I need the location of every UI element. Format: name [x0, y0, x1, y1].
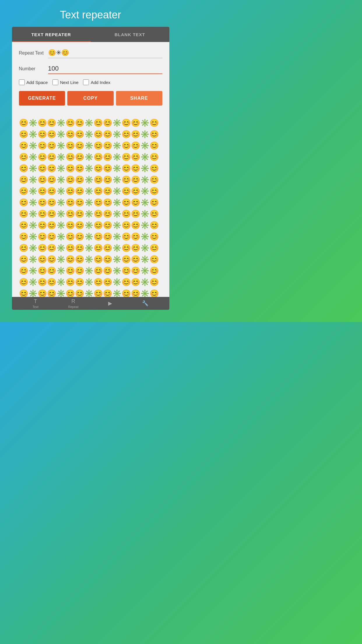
- add-space-label: Add Space: [27, 80, 48, 85]
- number-row: Number: [19, 64, 162, 74]
- bottom-bar: T Text R Repeat ▶ 🔧: [12, 297, 169, 310]
- repeat-text-input[interactable]: [48, 48, 162, 58]
- next-line-checkbox[interactable]: [52, 79, 58, 85]
- add-index-label: Add Index: [91, 80, 110, 85]
- number-input[interactable]: [48, 64, 162, 74]
- wrench-icon: 🔧: [142, 300, 148, 307]
- copy-button[interactable]: COPY: [67, 91, 114, 106]
- bottom-bar-play[interactable]: ▶: [108, 300, 112, 307]
- repeat-text-row: Repeat Text: [19, 48, 162, 58]
- bottom-bar-settings[interactable]: 🔧: [142, 300, 148, 307]
- add-space-checkbox[interactable]: [19, 79, 25, 85]
- repeat-icon: R: [71, 298, 75, 304]
- main-card: TEXT REPEATER BLANK TEXT Repeat Text Num…: [12, 27, 169, 310]
- tab-text-repeater[interactable]: TEXT REPEATER: [12, 27, 91, 42]
- checkboxes-row: Add Space Next Line Add Index: [19, 79, 162, 85]
- form-area: Repeat Text Number Add Space Next Line A…: [12, 42, 169, 115]
- play-icon: ▶: [108, 300, 112, 307]
- generate-button[interactable]: GENERATE: [19, 91, 65, 106]
- next-line-label: Next Line: [60, 80, 78, 85]
- bottom-bar-repeat[interactable]: R Repeat: [68, 298, 78, 309]
- repeat-text-label: Repeat Text: [19, 50, 48, 56]
- number-label: Number: [19, 66, 48, 71]
- bottom-bar-text[interactable]: T Text: [33, 298, 38, 309]
- tab-bar: TEXT REPEATER BLANK TEXT: [12, 27, 169, 42]
- text-icon: T: [34, 298, 37, 304]
- app-title: Text repeater: [0, 0, 181, 27]
- share-button[interactable]: SHARE: [116, 91, 162, 106]
- bottom-repeat-label: Repeat: [68, 305, 78, 309]
- add-index-checkbox[interactable]: [83, 79, 89, 85]
- add-index-group: Add Index: [83, 79, 110, 85]
- bottom-text-label: Text: [33, 305, 38, 309]
- buttons-row: GENERATE COPY SHARE: [19, 91, 162, 106]
- output-area: 😊✳️😊😊✳️😊😊✳️😊😊✳️😊😊✳️😊😊✳️😊😊✳️😊😊✳️😊😊✳️😊😊✳️😊…: [12, 115, 169, 297]
- add-space-group: Add Space: [19, 79, 48, 85]
- tab-blank-text[interactable]: BLANK TEXT: [91, 27, 169, 42]
- next-line-group: Next Line: [52, 79, 78, 85]
